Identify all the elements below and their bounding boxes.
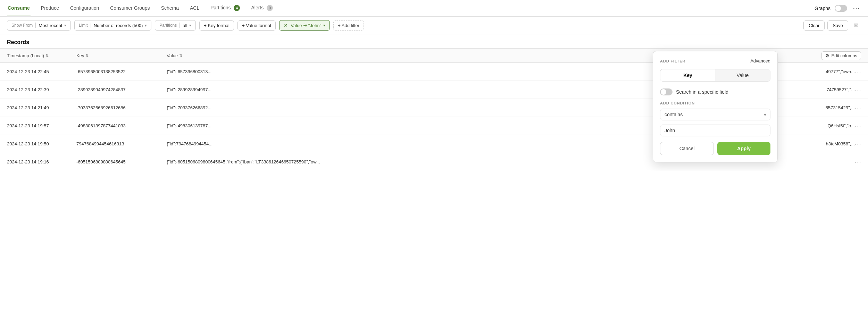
row-more-icon[interactable]: ⋯ [855,122,861,130]
cell-key: -6051506809800645645 [76,159,167,164]
panel-tab-row: Key Value [660,69,770,82]
panel-tab-key[interactable]: Key [660,69,715,81]
cell-timestamp: 2024-12-23 14:19:50 [7,141,76,146]
graphs-label: Graphs [815,6,831,11]
row-more-icon[interactable]: ⋯ [855,104,861,112]
mail-icon[interactable]: ✉ [851,20,861,31]
panel-tab-value[interactable]: Value [715,69,770,81]
show-from-arrow-icon: ▾ [64,23,66,28]
condition-select-wrapper: contains equals starts with ends with no… [660,109,770,120]
cell-timestamp: 2024-12-23 14:22:39 [7,87,76,92]
row-more-icon[interactable]: ⋯ [855,140,861,148]
tab-partitions[interactable]: Partitions 4 [210,0,241,17]
cell-timestamp: 2024-12-23 14:21:49 [7,105,76,110]
limit-filter[interactable]: Limit Number of records (500) ▾ [74,20,151,31]
alerts-badge: 0 [267,5,273,11]
show-from-filter[interactable]: Show From Most recent ▾ [7,20,71,31]
toggle-small-knob [661,89,666,95]
main-content: Records Timestamp (Local) ⇅ Key ⇅ Value … [0,34,868,171]
partitions-filter[interactable]: Partitions all ▾ [155,20,196,31]
panel-header: ADD FILTER Advanced [660,58,770,63]
partitions-arrow-icon: ▾ [189,23,191,28]
sort-key-icon[interactable]: ⇅ [85,53,89,58]
tab-alerts[interactable]: Alerts 0 [250,0,274,17]
condition-title: ADD CONDITION [660,101,770,105]
cell-key: -2899289949974284837 [76,87,167,92]
add-filter-panel: ADD FILTER Advanced Key Value Search in … [653,51,778,162]
cell-value-extra: 557315429",... [813,105,855,110]
active-value-filter[interactable]: ✕ Value ∋ "John" ▾ [279,20,330,31]
tab-consumer-groups[interactable]: Consumer Groups [109,0,150,16]
panel-title: ADD FILTER [660,59,685,63]
gear-icon: ⚙ [825,53,829,58]
tab-acl[interactable]: ACL [189,0,200,16]
limit-arrow-icon: ▾ [145,23,147,28]
cell-value-extra: h3tcM0358",... [813,141,855,146]
graphs-toggle[interactable] [835,5,847,12]
row-more-icon[interactable]: ⋯ [855,68,861,76]
cancel-button[interactable]: Cancel [660,142,714,155]
cell-key: -4983061397877441033 [76,123,167,128]
cell-key: -6573968003138253522 [76,69,167,74]
cell-value-extra: 49777","own... [813,69,855,74]
row-more-icon[interactable]: ⋯ [855,158,861,166]
cell-timestamp: 2024-12-23 14:22:45 [7,69,76,74]
remove-filter-icon[interactable]: ✕ [284,23,288,28]
search-field-row: Search in a specific field [660,88,770,95]
row-more-icon[interactable]: ⋯ [855,86,861,94]
column-header-key: Key ⇅ [76,53,167,58]
advanced-link[interactable]: Advanced [750,58,770,63]
cell-timestamp: 2024-12-23 14:19:16 [7,159,76,164]
toolbar-right: Clear Save ✉ [803,20,861,31]
nav-right-actions: Graphs ⋯ [815,3,861,14]
toolbar: Show From Most recent ▾ Limit Number of … [0,17,868,34]
records-title: Records [0,34,868,48]
tab-schema[interactable]: Schema [160,0,180,16]
more-options-icon[interactable]: ⋯ [851,3,861,14]
clear-button[interactable]: Clear [803,20,825,31]
filter-arrow-icon: ▾ [323,23,325,28]
add-filter-button[interactable]: + Add filter [333,20,364,31]
cell-value-extra: Q6HsI5t","o... [813,123,855,128]
tab-configuration[interactable]: Configuration [69,0,100,16]
sort-timestamp-icon[interactable]: ⇅ [45,53,49,58]
sort-value-icon[interactable]: ⇅ [179,53,182,58]
value-format-button[interactable]: + Value format [237,20,276,31]
cell-timestamp: 2024-12-23 14:19:57 [7,123,76,128]
condition-select[interactable]: contains equals starts with ends with no… [660,109,770,120]
cell-key: 7947684994454616313 [76,141,167,146]
search-field-toggle[interactable] [660,88,673,95]
value-input[interactable] [660,125,770,136]
panel-actions: Cancel Apply [660,142,770,155]
save-button[interactable]: Save [827,20,848,31]
edit-columns-button[interactable]: ⚙ Edit columns [821,51,861,60]
top-navigation: Consume Produce Configuration Consumer G… [0,0,868,17]
partitions-badge: 4 [234,5,240,11]
key-format-button[interactable]: + Key format [199,20,234,31]
cell-value-extra: 74759527","... [813,87,855,92]
cell-key: -7033762668926612686 [76,105,167,110]
tab-consume[interactable]: Consume [7,0,31,16]
column-header-timestamp: Timestamp (Local) ⇅ [7,53,76,58]
toggle-knob [835,6,841,11]
search-field-label: Search in a specific field [676,89,728,95]
tab-produce[interactable]: Produce [40,0,60,16]
apply-button[interactable]: Apply [717,142,770,155]
